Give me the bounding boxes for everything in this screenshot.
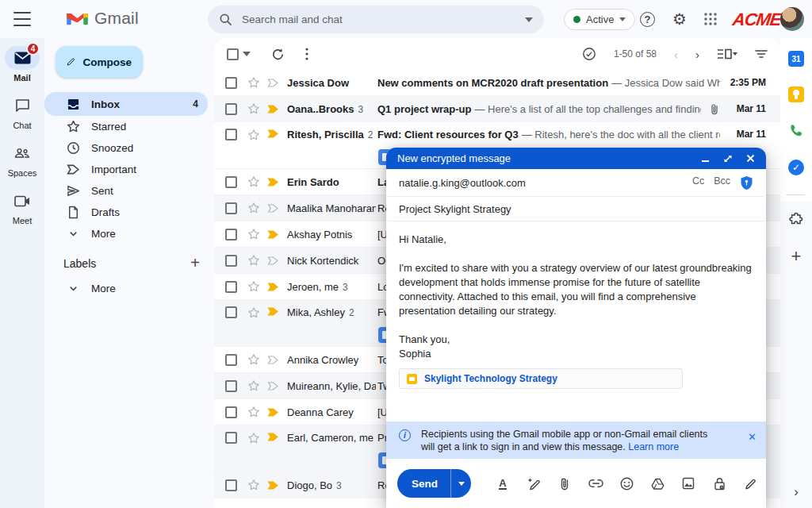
subject-field[interactable]: Project Skylight Strategy xyxy=(388,197,764,221)
cc-button[interactable]: Cc xyxy=(692,175,704,190)
search-input[interactable]: Search mail and chat xyxy=(242,13,515,25)
row-checkbox[interactable] xyxy=(225,202,237,214)
compose-header[interactable]: New encrypted message xyxy=(386,148,766,169)
extensions-puzzle-icon[interactable] xyxy=(787,211,805,229)
help-icon[interactable]: ? xyxy=(640,12,655,27)
compose-button[interactable]: Compose xyxy=(56,46,143,78)
row-checkbox[interactable] xyxy=(225,77,237,89)
send-options-chevron-icon[interactable] xyxy=(450,469,471,498)
importance-marker-icon[interactable] xyxy=(267,256,279,266)
star-icon[interactable] xyxy=(247,254,260,267)
older-page-chevron-icon[interactable]: › xyxy=(695,48,699,61)
row-checkbox[interactable] xyxy=(225,103,237,115)
importance-marker-icon[interactable] xyxy=(267,78,279,88)
star-icon[interactable] xyxy=(247,76,260,89)
importance-marker-icon[interactable] xyxy=(267,129,279,139)
attach-file-icon[interactable] xyxy=(554,473,575,494)
main-menu-icon[interactable] xyxy=(13,12,31,26)
rail-item-chat[interactable]: Chat xyxy=(3,94,41,130)
settings-gear-icon[interactable]: ⚙ xyxy=(671,10,688,28)
newer-page-chevron-icon[interactable]: ‹ xyxy=(674,48,678,61)
tasks-icon[interactable]: ✓ xyxy=(788,160,804,175)
keep-icon[interactable] xyxy=(788,87,804,102)
sidebar-item-drafts[interactable]: Drafts xyxy=(44,202,208,223)
formatting-options-icon[interactable]: A xyxy=(492,473,513,494)
importance-marker-icon[interactable] xyxy=(267,203,279,214)
star-icon[interactable] xyxy=(247,353,260,366)
rail-item-mail[interactable]: 4 Mail xyxy=(3,46,41,83)
search-bar[interactable]: Search mail and chat xyxy=(208,6,544,33)
row-checkbox[interactable] xyxy=(225,354,237,366)
importance-marker-icon[interactable] xyxy=(267,177,279,187)
row-checkbox[interactable] xyxy=(225,479,237,491)
importance-marker-icon[interactable] xyxy=(267,229,279,240)
minimize-icon[interactable] xyxy=(701,154,710,163)
star-icon[interactable] xyxy=(247,479,260,491)
row-checkbox[interactable] xyxy=(225,406,237,418)
pen-sparkle-icon[interactable] xyxy=(523,473,544,494)
importance-marker-icon[interactable] xyxy=(267,355,279,365)
apps-grid-icon[interactable] xyxy=(702,10,719,28)
sidebar-item-snoozed[interactable]: Snoozed xyxy=(44,137,208,159)
row-checkbox[interactable] xyxy=(225,432,237,444)
message-body[interactable]: Hi Natalie, I'm excited to share with yo… xyxy=(386,221,766,389)
more-options-icon[interactable] xyxy=(305,48,308,60)
row-checkbox[interactable] xyxy=(225,380,237,392)
select-chevron-icon[interactable] xyxy=(243,52,251,56)
filter-icon[interactable] xyxy=(755,49,768,59)
star-icon[interactable] xyxy=(247,129,260,141)
confidential-mode-icon[interactable] xyxy=(709,473,730,494)
side-panel-expand-chevron-icon[interactable]: › xyxy=(780,484,812,500)
row-checkbox[interactable] xyxy=(225,255,237,267)
star-icon[interactable] xyxy=(247,202,260,214)
bcc-button[interactable]: Bcc xyxy=(714,175,730,190)
search-options-chevron-icon[interactable] xyxy=(525,17,533,22)
star-icon[interactable] xyxy=(247,102,260,115)
email-row[interactable]: Jessica Dow New comments on MCR2020 draf… xyxy=(214,70,780,96)
close-icon[interactable] xyxy=(746,154,755,163)
star-icon[interactable] xyxy=(247,280,260,293)
star-icon[interactable] xyxy=(247,306,260,319)
insert-link-icon[interactable] xyxy=(585,473,606,494)
row-checkbox[interactable] xyxy=(225,176,237,188)
importance-marker-icon[interactable] xyxy=(267,306,279,317)
popout-icon[interactable] xyxy=(723,154,733,164)
sidebar-item-starred[interactable]: Starred xyxy=(44,116,208,137)
star-icon[interactable] xyxy=(247,175,260,188)
get-addons-plus-icon[interactable]: + xyxy=(787,248,805,265)
select-all-checkbox[interactable] xyxy=(227,48,239,60)
importance-marker-icon[interactable] xyxy=(267,282,279,292)
avatar[interactable] xyxy=(780,7,804,31)
status-selector[interactable]: Active xyxy=(564,9,635,30)
insert-photo-icon[interactable] xyxy=(678,473,699,494)
star-icon[interactable] xyxy=(247,228,260,241)
sidebar-item-sent[interactable]: Sent xyxy=(44,180,208,202)
rail-item-meet[interactable]: Meet xyxy=(3,189,41,225)
rail-item-spaces[interactable]: Spaces xyxy=(3,141,41,178)
email-row[interactable]: Oana..Brooks3 Q1 project wrap-up— Here's… xyxy=(214,96,780,122)
sidebar-item-labels-more[interactable]: More xyxy=(44,278,208,299)
insert-signature-icon[interactable] xyxy=(740,473,760,494)
split-pane-toggle-icon[interactable] xyxy=(717,48,737,60)
learn-more-link[interactable]: Learn more xyxy=(628,441,679,452)
star-icon[interactable] xyxy=(247,432,260,444)
sidebar-item-inbox[interactable]: Inbox 4 xyxy=(44,92,208,116)
star-icon[interactable] xyxy=(247,406,260,418)
calendar-icon[interactable]: 31 xyxy=(788,51,804,67)
banner-close-icon[interactable]: ✕ xyxy=(748,431,756,459)
row-checkbox[interactable] xyxy=(225,129,237,140)
sidebar-item-more[interactable]: More xyxy=(44,223,208,244)
importance-marker-icon[interactable] xyxy=(267,407,279,418)
row-checkbox[interactable] xyxy=(225,306,237,318)
row-checkbox[interactable] xyxy=(225,229,237,241)
input-tools-icon[interactable] xyxy=(582,47,596,61)
row-checkbox[interactable] xyxy=(225,281,237,293)
send-button[interactable]: Send xyxy=(397,469,450,498)
importance-marker-icon[interactable] xyxy=(267,381,279,391)
encryption-shield-icon[interactable] xyxy=(740,175,753,190)
importance-marker-icon[interactable] xyxy=(267,104,279,114)
create-label-plus-icon[interactable]: + xyxy=(190,254,200,272)
importance-marker-icon[interactable] xyxy=(267,432,279,442)
voice-icon[interactable] xyxy=(787,122,805,140)
importance-marker-icon[interactable] xyxy=(267,480,279,491)
